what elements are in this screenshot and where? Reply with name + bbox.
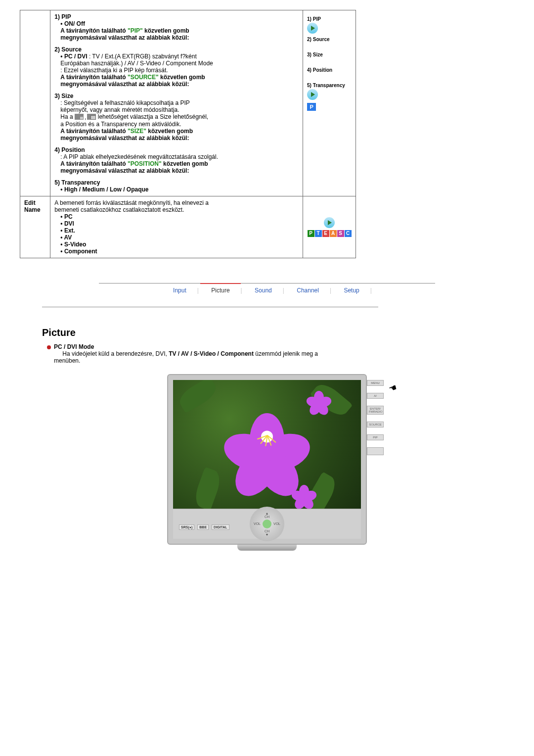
- monitor-illustration: SRS(●) BBE DIGITAL ▲ CH VOL VOL CH ▼ MEN…: [168, 374, 366, 551]
- editname-label: Edit Name: [20, 196, 50, 258]
- p-badge-icon: P: [307, 103, 316, 111]
- size-icon-large: [87, 114, 96, 120]
- play-icon[interactable]: [307, 89, 318, 100]
- power-button[interactable]: [263, 520, 271, 528]
- section-tabs: Input| Picture| Sound| Channel| Setup|: [99, 283, 435, 297]
- mode-title: PC / DVI Mode: [54, 343, 94, 350]
- menu-button[interactable]: MENU: [367, 380, 384, 386]
- section-picture-title: Picture: [42, 327, 514, 338]
- pip-visual-cell: 1) PIP 2) Source 3) Size 4) Position 5) …: [303, 10, 356, 196]
- pip-table: 1) PIP • ON/ Off A távirányítón találhat…: [20, 10, 356, 258]
- tab-channel[interactable]: Channel: [286, 284, 330, 297]
- pip-4-body: : A PIP ablak elhelyezkedésének megválto…: [60, 153, 299, 174]
- tab-setup[interactable]: Setup: [333, 284, 370, 297]
- editname-opt-pc: • PC: [60, 213, 299, 220]
- size-mode-icons: ,: [75, 114, 96, 121]
- flower-image: [222, 391, 312, 480]
- logo-strip: SRS(●) BBE DIGITAL: [179, 524, 229, 530]
- editname-opt-svideo: • S-Video: [60, 241, 299, 248]
- play-icon[interactable]: [307, 23, 318, 34]
- tab-input[interactable]: Input: [162, 284, 197, 297]
- editname-opt-av: • AV: [60, 234, 299, 241]
- enter-button[interactable]: ENTER/ FMRADIO: [367, 406, 384, 415]
- hand-cursor-icon: ☚: [387, 382, 399, 395]
- divider: [42, 307, 378, 307]
- editname-opt-ext: • Ext.: [60, 227, 299, 234]
- pip-label-cell: [20, 10, 50, 196]
- pip-5-title: 5) Transparency: [54, 179, 299, 186]
- pip-content-cell: 1) PIP • ON/ Off A távirányítón találhat…: [50, 10, 303, 196]
- tab-picture[interactable]: Picture: [200, 283, 240, 297]
- pip-3-body: : Segítségével a felhasználó kikapcsolha…: [60, 99, 299, 142]
- bullet-icon: [47, 345, 51, 349]
- control-dial[interactable]: ▲ CH VOL VOL CH ▼: [250, 507, 284, 541]
- side-buttons: MENU ☚ A/ ENTER/ FMRADIO SOURCE PIP: [367, 380, 382, 455]
- size-icon-small: [75, 114, 84, 120]
- pip-button[interactable]: PIP: [367, 434, 384, 440]
- play-icon[interactable]: [324, 217, 335, 228]
- editname-opt-component: • Component: [60, 248, 299, 255]
- letter-badges: P T E A S C: [307, 230, 352, 237]
- pip-2-body: • PC / DVI : TV / Ext.(A EXT(RGB) szabvá…: [60, 53, 299, 88]
- editname-content: A bemeneti forrás kiválasztását megkönny…: [50, 196, 303, 258]
- pip-5-opts: • High / Medium / Low / Opaque: [60, 186, 299, 193]
- av-button[interactable]: A/: [367, 393, 384, 399]
- monitor-controls: SRS(●) BBE DIGITAL ▲ CH VOL VOL CH ▼: [173, 509, 361, 539]
- pip-1-onoff: • ON/ Off: [60, 20, 299, 27]
- pip-1-remote: A távirányítón található "PIP" közvetlen…: [60, 27, 299, 41]
- pip-1-title: 1) PIP: [54, 13, 299, 20]
- tab-sound[interactable]: Sound: [244, 284, 283, 297]
- editname-visual: P T E A S C: [303, 196, 356, 258]
- monitor-stand: [237, 545, 297, 551]
- pip-2-title: 2) Source: [54, 46, 299, 53]
- monitor-screen: [173, 380, 361, 509]
- mode-block: PC / DVI Mode Ha videójelet küld a beren…: [47, 343, 344, 364]
- pip-3-title: 3) Size: [54, 93, 299, 99]
- extra-button[interactable]: [367, 447, 384, 455]
- source-button[interactable]: SOURCE: [367, 422, 384, 427]
- pip-4-title: 4) Position: [54, 146, 299, 153]
- editname-opt-dvi: • DVI: [60, 220, 299, 227]
